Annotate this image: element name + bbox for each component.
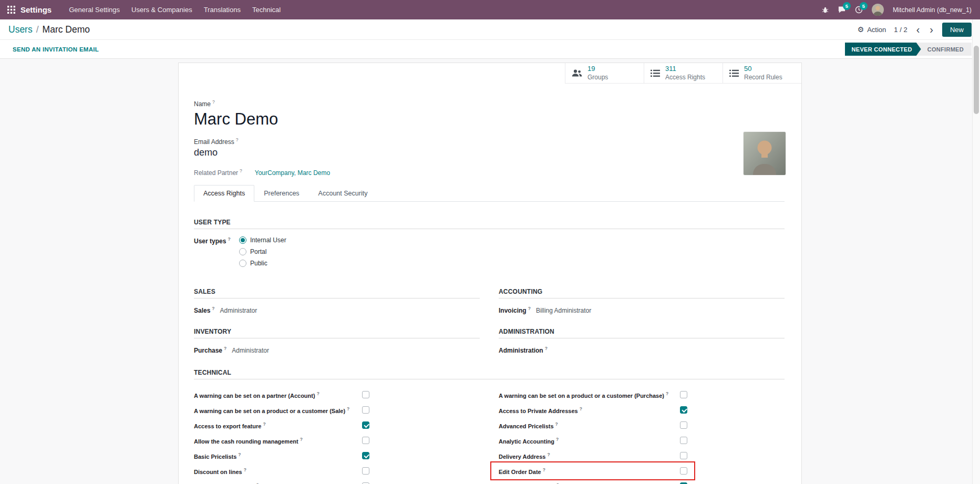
technical-section: TECHNICAL A warning can be set on a part… <box>194 369 785 484</box>
menu-technical[interactable]: Technical <box>246 0 286 19</box>
email-label: Email Address? <box>194 137 785 146</box>
help-marker: ? <box>300 437 303 442</box>
setting-checkbox[interactable] <box>680 452 687 459</box>
tab-preferences[interactable]: Preferences <box>254 185 308 202</box>
activities-clock-icon[interactable]: 5 <box>855 6 863 14</box>
form-view-area: 19 Groups 311 Access Rights <box>0 59 980 484</box>
setting-row-delivery-address: Delivery Address? <box>499 448 785 464</box>
record-title[interactable]: Marc Demo <box>194 110 785 129</box>
menu-general-settings[interactable]: General Settings <box>63 0 126 19</box>
invoicing-field-row: Invoicing? Billing Administrator <box>499 306 785 314</box>
groups-stat-button[interactable]: 19 Groups <box>565 63 644 84</box>
invoicing-label: Invoicing? <box>499 306 531 314</box>
setting-checkbox[interactable] <box>680 437 687 444</box>
pager-previous-button[interactable]: ‹ <box>915 24 921 35</box>
purchase-label: Purchase? <box>194 346 226 354</box>
setting-checkbox[interactable] <box>362 406 369 414</box>
radio-button[interactable] <box>239 236 246 244</box>
pager-value: 1 / 2 <box>894 26 907 34</box>
section-accounting: ACCOUNTING <box>499 288 785 298</box>
technical-right-column: A warning can be set on a product or a c… <box>499 387 785 484</box>
help-marker: ? <box>212 99 215 105</box>
action-menu-button[interactable]: ⚙ Action <box>858 26 886 34</box>
top-navbar: Settings General Settings Users & Compan… <box>0 0 980 19</box>
radio-button[interactable] <box>239 248 246 255</box>
list-icon <box>729 69 739 77</box>
access-rights-stat-button[interactable]: 311 Access Rights <box>644 63 723 84</box>
menu-translations[interactable]: Translations <box>198 0 246 19</box>
form-sheet: 19 Groups 311 Access Rights <box>178 63 802 484</box>
radio-public[interactable]: Public <box>239 260 286 267</box>
messages-icon[interactable]: 5 <box>838 6 846 14</box>
menu-users-companies[interactable]: Users & Companies <box>126 0 198 19</box>
help-marker: ? <box>224 346 226 351</box>
group-sales: SALES Sales? Administrator <box>194 288 480 314</box>
tab-access-rights[interactable]: Access Rights <box>194 185 254 202</box>
group-administration: ADMINISTRATION Administration? <box>499 328 785 354</box>
setting-checkbox[interactable] <box>680 421 687 429</box>
status-confirmed[interactable]: CONFIRMED <box>916 43 972 56</box>
setting-checkbox[interactable] <box>362 482 369 484</box>
section-sales: SALES <box>194 288 480 298</box>
pager-next-button[interactable]: › <box>929 24 934 35</box>
sales-field-row: Sales? Administrator <box>194 306 480 314</box>
apps-grid-icon[interactable] <box>7 6 15 14</box>
setting-row-mail-template-editor: Mail Template Editor? <box>499 479 785 484</box>
send-invitation-email-button[interactable]: SEND AN INVITATION EMAIL <box>13 46 99 53</box>
related-partner-link[interactable]: YourCompany, Marc Demo <box>255 169 330 177</box>
record-rules-stat-button[interactable]: 50 Record Rules <box>723 63 801 84</box>
administration-field-row: Administration? <box>499 346 785 354</box>
app-access-groups: SALES Sales? Administrator ACCOUNTING In… <box>194 288 785 354</box>
setting-checkbox[interactable] <box>680 467 687 475</box>
user-photo[interactable] <box>744 132 786 175</box>
help-marker: ? <box>580 406 582 411</box>
setting-row-advanced-pricelists: Advanced Pricelists? <box>499 418 785 433</box>
radio-internal-user[interactable]: Internal User <box>239 236 286 244</box>
help-marker: ? <box>238 452 241 457</box>
setting-checkbox[interactable] <box>362 437 369 444</box>
help-marker: ? <box>666 391 668 396</box>
related-partner-label: Related Partner? <box>194 168 242 177</box>
scrollbar-thumb[interactable] <box>974 46 979 114</box>
help-marker: ? <box>528 306 531 311</box>
setting-checkbox[interactable] <box>362 467 369 475</box>
sales-value[interactable]: Administrator <box>220 307 257 314</box>
section-user-type: USER TYPE <box>194 219 785 229</box>
purchase-value[interactable]: Administrator <box>232 347 269 354</box>
user-menu[interactable]: Mitchell Admin (db_new_1) <box>893 6 972 14</box>
access-rights-tab-content: USER TYPE User types? Internal User Port… <box>194 202 785 484</box>
invoicing-value[interactable]: Billing Administrator <box>536 307 591 314</box>
setting-checkbox[interactable] <box>362 391 369 398</box>
debug-bug-icon[interactable] <box>822 6 829 13</box>
app-name[interactable]: Settings <box>20 5 51 14</box>
setting-checkbox[interactable] <box>680 391 687 398</box>
group-inventory: INVENTORY Purchase? Administrator <box>194 328 480 354</box>
setting-checkbox[interactable] <box>362 452 369 459</box>
setting-checkbox[interactable] <box>680 482 687 484</box>
setting-row-private-addresses: Access to Private Addresses? <box>499 403 785 418</box>
section-technical: TECHNICAL <box>194 369 785 379</box>
radio-button[interactable] <box>239 260 246 267</box>
purchase-field-row: Purchase? Administrator <box>194 346 480 354</box>
section-inventory: INVENTORY <box>194 328 480 338</box>
tab-account-security[interactable]: Account Security <box>309 185 377 202</box>
setting-checkbox[interactable] <box>680 406 687 414</box>
breadcrumb-separator: / <box>36 24 39 35</box>
setting-row-access-export: Access to export feature? <box>194 418 480 433</box>
new-button[interactable]: New <box>942 23 972 37</box>
breadcrumb-users-link[interactable]: Users <box>8 24 33 35</box>
help-marker: ? <box>263 421 265 427</box>
radio-portal[interactable]: Portal <box>239 248 286 255</box>
technical-left-column: A warning can be set on a partner (Accou… <box>194 387 480 484</box>
user-avatar[interactable] <box>872 4 884 16</box>
help-marker: ? <box>212 306 214 311</box>
status-never-connected[interactable]: NEVER CONNECTED <box>845 43 921 56</box>
email-field-block: Email Address? demo <box>194 137 785 158</box>
setting-checkbox[interactable] <box>362 421 369 429</box>
access-rights-count: 311 <box>665 65 705 73</box>
setting-row-warning-product-purchase: A warning can be set on a product or a c… <box>499 387 785 403</box>
email-value[interactable]: demo <box>194 147 785 158</box>
setting-row-analytic-accounting: Analytic Accounting? <box>499 433 785 448</box>
notebook-tabs: Access Rights Preferences Account Securi… <box>194 185 785 202</box>
messages-count-badge: 5 <box>843 2 851 10</box>
